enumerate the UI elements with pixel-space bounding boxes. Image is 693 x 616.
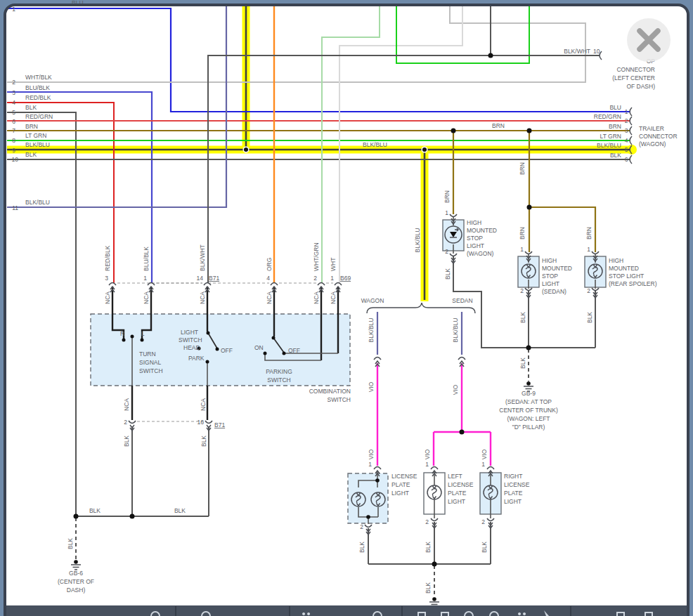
stop-light-spoiler-label: STOP LIGHT (609, 273, 644, 280)
parking-switch-label: PARKING (266, 368, 292, 375)
pin-number: 1 (587, 246, 590, 253)
wire-label: BLU/BLK (143, 247, 150, 271)
stop-light-sedan-label: LIGHT (542, 280, 559, 287)
pin-number: 2 (124, 419, 127, 426)
stop-light-sedan-label: MOUNTED (542, 265, 572, 272)
pin-number: 2 (313, 275, 317, 282)
wire-label: BLK/WHT (199, 244, 206, 271)
pin-number: 1 (425, 461, 429, 468)
light-switch-label: HEAD (183, 344, 200, 351)
wire-label: VIO (452, 384, 459, 395)
row-number: 1 (12, 6, 15, 13)
wire-label: BLK (89, 507, 101, 514)
ground-label: "D" PILLAR) (512, 424, 545, 431)
wire-label: BLK (67, 538, 74, 549)
wire-label: WHT/GRN (313, 242, 320, 271)
stop-light-wagon-label: LIGHT (467, 242, 484, 249)
wire-label: NCA (123, 398, 130, 411)
ground-label: (CENTER OF (58, 578, 94, 585)
wire-label: VIO (481, 449, 488, 459)
wire-label: NCA (199, 291, 206, 304)
wire-label: BRN (443, 190, 451, 203)
ground-label: (WAGON: LEFT (507, 415, 550, 422)
wire-label: BLU/BLK (25, 84, 50, 91)
wire-label: BLK (25, 104, 37, 111)
pin-number: 1 (445, 209, 448, 216)
left-license-light-label: LEFT (448, 473, 462, 480)
wire-label: NCA (313, 291, 320, 304)
trailer-connector-label: CONNECTOR (639, 133, 678, 140)
wire-label: RED/BLK (25, 94, 51, 101)
light-switch-label: LIGHT (181, 329, 198, 336)
row-number: 7 (12, 127, 15, 134)
wire-label: 10 (593, 48, 600, 55)
ground-label: DASH) (67, 586, 86, 594)
wire-label: BRN (585, 227, 592, 240)
trailer-connector-label: (WAGON) (639, 140, 666, 148)
wire-label: BLK (425, 582, 432, 594)
wire-label: BLU (609, 104, 621, 111)
pin-number: 5 (625, 146, 628, 153)
row-number: 2 (12, 79, 15, 86)
op-connector-label: (LEFT CENTER (612, 74, 655, 81)
right-license-light-label: PLATE (504, 490, 523, 497)
wire-label: BRN (492, 122, 505, 129)
wire-label: BLK/BLU (363, 141, 387, 148)
wire-label: BLK/BLU (25, 141, 50, 148)
stop-light-spoiler-label: (REAR SPOILER) (609, 280, 657, 287)
wire-label: BLK (174, 507, 186, 514)
row-number: 10 (12, 156, 19, 163)
wire-label: BLK/BLU (597, 142, 621, 149)
stop-light-spoiler-label: MOUNTED (609, 265, 639, 272)
close-button[interactable] (627, 18, 671, 62)
stop-light-sedan-label: HIGH (542, 257, 557, 264)
left-license-light-label: LIGHT (448, 498, 465, 505)
pin-number: 3 (105, 275, 108, 282)
wire-label: BLK (123, 435, 130, 447)
pin-number: 2 (445, 248, 448, 255)
ground-label: (SEDAN: AT TOP (505, 398, 552, 405)
wire-label: LT GRN (25, 132, 46, 139)
license-light-label: PLATE (391, 481, 410, 488)
wire-label: BRN (519, 162, 526, 175)
wire-label: BLK (444, 268, 451, 280)
wire-label: NCA (200, 398, 207, 411)
wire-label: R (120, 330, 124, 337)
turn-signal-switch-label: SIGNAL (139, 359, 161, 366)
diagram-page (5, 5, 688, 616)
connector-id: B71 (214, 421, 225, 428)
pin-number: 3 (625, 127, 628, 134)
wire-label: VIO (368, 381, 375, 392)
wire-label: NCA (330, 291, 337, 304)
bottom-toolbar[interactable] (6, 605, 687, 616)
pin-number: 4 (266, 275, 270, 282)
license-light-label: LIGHT (391, 490, 409, 497)
wire-label: BLK (25, 151, 37, 158)
wire-label: BRN (25, 123, 38, 130)
wire-label: L (141, 330, 145, 337)
wire-label: VIO (368, 449, 375, 459)
wire-label: BLK/BLU (452, 318, 459, 343)
row-number: 4 (12, 99, 15, 106)
wire-label: BLK (425, 542, 432, 553)
wire-label: BLK/WHT (564, 48, 590, 55)
wire-label: LT GRN (600, 133, 621, 140)
row-number: 11 (12, 204, 18, 211)
wire-label: VIO (424, 449, 431, 459)
connector-id: B71 (209, 275, 219, 282)
op-connector-label: CONNECTOR (616, 66, 655, 73)
ground-label: CENTER OF TRUNK) (499, 407, 558, 414)
row-number: 9 (12, 147, 15, 154)
row-number: 8 (12, 137, 15, 144)
stop-light-wagon-label: STOP (467, 235, 483, 242)
pin-number: 1 (481, 461, 485, 468)
wire-label: OFF (221, 347, 233, 354)
diagram-canvas: BLU1234567891011WHT/BLKBLU/BLKRED/BLKBLK… (0, 0, 693, 616)
stop-light-wagon-label: HIGH (467, 219, 481, 226)
wire-label: WAGON (361, 297, 384, 304)
wire-label: NCA (104, 291, 111, 304)
row-number: 6 (12, 118, 15, 125)
wire-label: BLK/BLU (25, 199, 50, 206)
pin-number: 1 (368, 461, 372, 468)
ground-label: GB-9 (522, 390, 536, 397)
